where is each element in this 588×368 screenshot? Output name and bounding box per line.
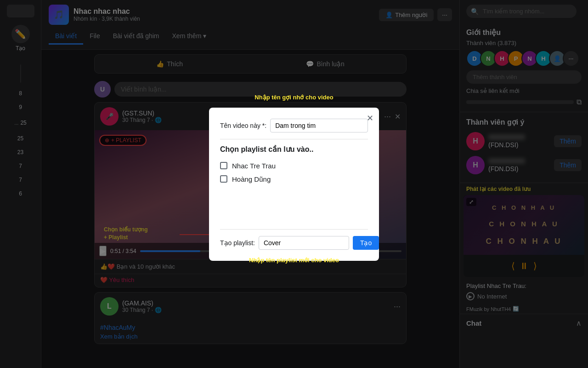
dialog-overlay: Nhập tên gợi nhớ cho video ✕ Tên video n… — [0, 0, 588, 368]
dialog-title-note: Nhập tên gợi nhớ cho video — [254, 94, 333, 101]
create-playlist-row: Tạo playlist: Tạo — [220, 236, 368, 250]
video-name-input[interactable] — [270, 119, 368, 132]
create-label: Tạo playlist: — [220, 239, 255, 247]
dialog-divider-1 — [220, 139, 368, 139]
dialog-close-button[interactable]: ✕ — [367, 113, 373, 123]
playlist-checkbox-0[interactable] — [220, 162, 227, 169]
create-playlist-input[interactable] — [259, 236, 349, 250]
playlist-section-title: Chọn playlist cần lưu vào.. — [220, 145, 368, 154]
create-playlist-section: Tạo playlist: Tạo Nhập tên playlist mới … — [220, 229, 368, 250]
playlist-item-0[interactable]: Nhac Tre Trau — [220, 159, 368, 172]
playlist-checkbox-1[interactable] — [220, 175, 227, 183]
save-playlist-dialog: Nhập tên gợi nhớ cho video ✕ Tên video n… — [209, 108, 379, 261]
video-name-label: Tên video này *: — [220, 122, 266, 129]
playlist-item-1[interactable]: Hoàng Dũng — [220, 172, 368, 186]
video-name-row: Tên video này *: — [220, 119, 368, 132]
playlist-name-1: Hoàng Dũng — [232, 175, 271, 183]
bottom-note: Nhập tên playlist mới cho video — [249, 257, 339, 264]
create-playlist-button[interactable]: Tạo — [353, 236, 379, 250]
playlist-list: Nhac Tre Trau Hoàng Dũng — [220, 159, 368, 186]
playlist-name-0: Nhac Tre Trau — [232, 162, 276, 170]
dialog-spacer — [220, 186, 368, 223]
